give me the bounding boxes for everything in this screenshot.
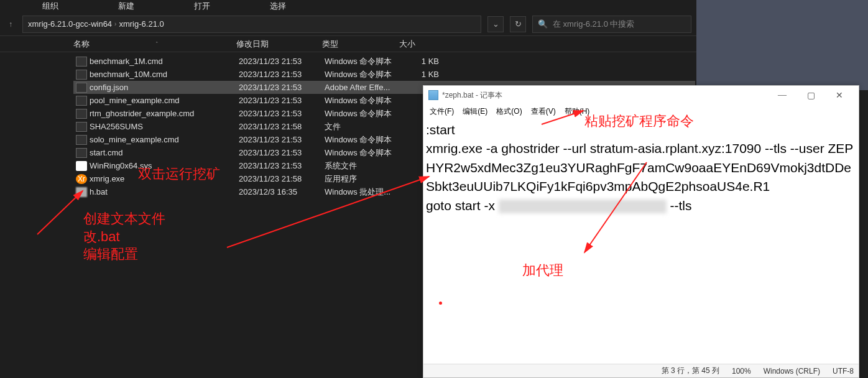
file-size: 1 KB bbox=[402, 57, 439, 66]
file-name: pool_mine_example.cmd bbox=[90, 96, 239, 105]
file-type: 系统文件 bbox=[325, 160, 402, 172]
file-type: Windows 命令脚本 bbox=[325, 56, 402, 67]
file-row[interactable]: benchmark_1M.cmd2023/11/23 21:53Windows … bbox=[73, 55, 695, 68]
maximize-button[interactable]: ▢ bbox=[796, 86, 825, 104]
file-type: 文件 bbox=[325, 121, 402, 132]
chevron-right-icon: › bbox=[114, 21, 116, 27]
toolbar-org[interactable]: 组织 bbox=[37, 0, 63, 13]
redacted-proxy bbox=[499, 200, 667, 213]
breadcrumb-seg-1[interactable]: xmrig-6.21.0-gcc-win64 bbox=[28, 19, 112, 29]
notepad-content[interactable]: :start xmrig.exe -a ghostrider --url str… bbox=[423, 118, 859, 364]
address-bar: ↑ xmrig-6.21.0-gcc-win64 › xmrig-6.21.0 … bbox=[0, 12, 696, 36]
breadcrumb[interactable]: xmrig-6.21.0-gcc-win64 › xmrig-6.21.0 bbox=[22, 16, 481, 33]
breadcrumb-seg-2[interactable]: xmrig-6.21.0 bbox=[119, 19, 164, 29]
explorer-toolbar: 组织 新建 打开 选择 bbox=[0, 0, 696, 12]
file-name: benchmark_10M.cmd bbox=[90, 70, 239, 79]
file-name: SHA256SUMS bbox=[90, 122, 239, 131]
file-type: 应用程序 bbox=[325, 173, 402, 185]
file-name: xmrig.exe bbox=[90, 174, 239, 183]
file-date: 2023/11/23 21:53 bbox=[239, 148, 325, 157]
toolbar-select[interactable]: 选择 bbox=[265, 0, 291, 13]
file-date: 2023/11/23 21:53 bbox=[239, 109, 325, 118]
cmd-file-icon bbox=[76, 135, 87, 145]
toolbar-new[interactable]: 新建 bbox=[113, 0, 139, 13]
json-file-icon bbox=[76, 83, 87, 93]
notepad-titlebar[interactable]: *zeph.bat - 记事本 — ▢ ✕ bbox=[423, 86, 859, 104]
sort-asc-icon: ˄ bbox=[155, 41, 159, 47]
file-type: Windows 命令脚本 bbox=[325, 147, 402, 159]
file-name: rtm_ghostrider_example.cmd bbox=[90, 109, 239, 118]
menu-file[interactable]: 文件(F) bbox=[426, 105, 458, 118]
menu-help[interactable]: 帮助(H) bbox=[561, 105, 594, 118]
search-placeholder: 在 xmrig-6.21.0 中搜索 bbox=[553, 19, 634, 30]
col-type[interactable]: 类型 bbox=[322, 39, 399, 50]
file-type: Windows 命令脚本 bbox=[325, 95, 402, 106]
sys-file-icon bbox=[76, 161, 87, 171]
exe-file-icon: Xr bbox=[76, 174, 87, 184]
toolbar-open[interactable]: 打开 bbox=[189, 0, 215, 13]
close-button[interactable]: ✕ bbox=[825, 86, 854, 104]
file-date: 2023/11/23 21:53 bbox=[239, 83, 325, 92]
file-date: 2023/11/23 21:53 bbox=[239, 70, 325, 79]
file-size: 1 KB bbox=[402, 70, 439, 79]
file-name: start.cmd bbox=[90, 148, 239, 157]
file-date: 2023/11/23 21:53 bbox=[239, 96, 325, 105]
nav-up-icon[interactable]: ↑ bbox=[5, 19, 16, 30]
col-name[interactable]: 名称˄ bbox=[73, 39, 236, 50]
col-size[interactable]: 大小 bbox=[399, 39, 436, 50]
notepad-statusbar: 第 3 行，第 45 列 100% Windows (CRLF) UTF-8 bbox=[423, 364, 859, 377]
search-input[interactable]: 🔍 在 xmrig-6.21.0 中搜索 bbox=[532, 16, 691, 33]
file-type: Adobe After Effe... bbox=[325, 83, 402, 92]
red-dot bbox=[439, 302, 442, 305]
file-name: benchmark_1M.cmd bbox=[90, 57, 239, 66]
menu-format[interactable]: 格式(O) bbox=[492, 105, 525, 118]
notepad-title: *zeph.bat - 记事本 bbox=[442, 90, 768, 101]
file-date: 2023/11/23 21:58 bbox=[239, 174, 325, 183]
file-name: solo_mine_example.cmd bbox=[90, 135, 239, 144]
file-type: Windows 命令脚本 bbox=[325, 69, 402, 80]
status-pos: 第 3 行，第 45 列 bbox=[662, 366, 719, 376]
notepad-window: *zeph.bat - 记事本 — ▢ ✕ 文件(F) 编辑(E) 格式(O) … bbox=[423, 85, 859, 378]
file-name: WinRing0x64.sys bbox=[90, 161, 239, 170]
search-icon: 🔍 bbox=[538, 19, 548, 29]
file-file-icon bbox=[76, 122, 87, 132]
cmd-file-icon bbox=[76, 109, 87, 119]
status-zoom: 100% bbox=[732, 367, 751, 376]
status-eol: Windows (CRLF) bbox=[764, 367, 820, 376]
file-date: 2023/11/23 21:58 bbox=[239, 122, 325, 131]
refresh-icon[interactable]: ↻ bbox=[510, 16, 526, 32]
file-type: Windows 批处理... bbox=[325, 187, 402, 198]
blur-file-icon bbox=[76, 187, 87, 197]
cmd-file-icon bbox=[76, 70, 87, 80]
file-type: Windows 命令脚本 bbox=[325, 134, 402, 145]
minimize-button[interactable]: — bbox=[768, 86, 796, 104]
notepad-menubar: 文件(F) 编辑(E) 格式(O) 查看(V) 帮助(H) bbox=[423, 104, 859, 118]
col-date[interactable]: 修改日期 bbox=[236, 39, 322, 50]
cmd-file-icon bbox=[76, 148, 87, 158]
file-name: config.json bbox=[90, 83, 239, 92]
column-headers: 名称˄ 修改日期 类型 大小 bbox=[0, 36, 696, 52]
notepad-icon bbox=[428, 90, 438, 100]
file-date: 2023/11/23 21:53 bbox=[239, 161, 325, 170]
file-row[interactable]: benchmark_10M.cmd2023/11/23 21:53Windows… bbox=[73, 68, 695, 81]
cmd-file-icon bbox=[76, 57, 87, 67]
history-dropdown-icon[interactable]: ⌄ bbox=[487, 16, 504, 32]
menu-view[interactable]: 查看(V) bbox=[527, 105, 560, 118]
file-type: Windows 命令脚本 bbox=[325, 108, 402, 119]
file-date: 2023/12/3 16:35 bbox=[239, 187, 325, 196]
file-date: 2023/11/23 21:53 bbox=[239, 57, 325, 66]
menu-edit[interactable]: 编辑(E) bbox=[459, 105, 491, 118]
file-name: h.bat bbox=[90, 187, 239, 196]
cmd-file-icon bbox=[76, 96, 87, 106]
status-enc: UTF-8 bbox=[833, 367, 854, 376]
file-date: 2023/11/23 21:53 bbox=[239, 135, 325, 144]
